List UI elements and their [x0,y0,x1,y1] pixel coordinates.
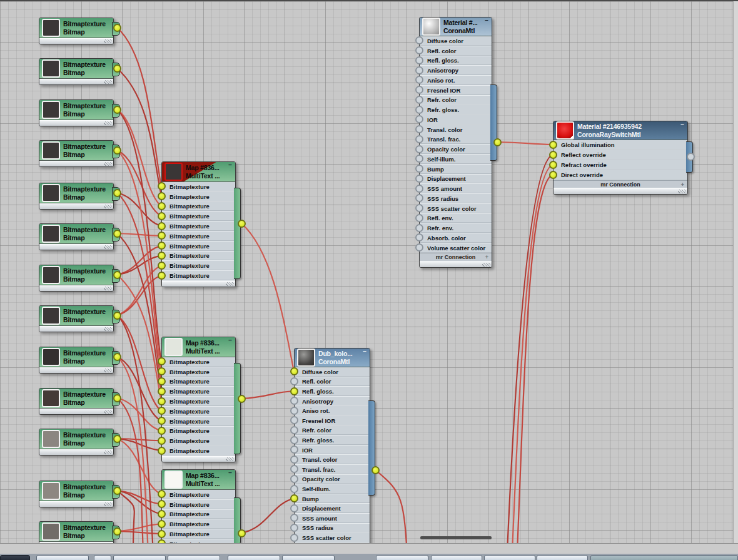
bitmap-thumbnail[interactable] [42,266,60,284]
node-multitexture-thumbnail[interactable] [164,163,183,181]
node-multitexture-header[interactable]: Map #836...MultiText ...− [162,337,235,357]
input-socket[interactable] [158,367,166,375]
input-socket[interactable] [158,417,166,425]
node-multitexture[interactable]: Map #836...MultiText ...−BitmaptextureBi… [161,161,236,287]
input-socket[interactable] [290,436,298,444]
bitmap-thumbnail[interactable] [42,101,60,119]
taskbar-button[interactable] [168,555,220,560]
resize-grip-icon[interactable] [104,327,112,331]
output-socket[interactable] [113,24,121,32]
input-socket[interactable] [290,465,298,473]
taskbar-button[interactable] [94,555,111,560]
input-socket[interactable] [415,46,423,54]
node-bitmaptexture[interactable]: BitmaptextureBitmap [39,223,114,250]
node-side-tab[interactable] [490,84,497,161]
input-socket[interactable] [415,145,423,153]
input-socket[interactable] [290,426,298,434]
input-socket[interactable] [549,171,557,179]
node-bitmaptexture[interactable]: BitmaptextureBitmap [39,265,114,292]
node-bitmaptexture[interactable]: BitmaptextureBitmap [39,99,114,126]
node-multitexture-header[interactable]: Map #836...MultiText ...− [162,162,235,182]
node-bitmaptexture[interactable]: BitmaptextureBitmap [39,347,114,374]
bitmap-thumbnail[interactable] [42,522,60,541]
bitmap-node-header[interactable]: BitmaptextureBitmap [39,18,113,38]
input-socket[interactable] [158,242,166,250]
output-socket[interactable] [113,487,121,495]
input-socket[interactable] [290,397,298,405]
input-socket[interactable] [415,96,423,104]
taskbar-button[interactable] [431,555,482,560]
node-bitmaptexture[interactable]: BitmaptextureBitmap [39,183,114,210]
input-socket[interactable] [415,86,423,94]
output-socket[interactable] [238,220,246,228]
output-socket[interactable] [113,312,121,320]
output-socket[interactable] [687,153,695,161]
output-socket[interactable] [113,353,121,361]
minimize-button[interactable]: − [363,349,366,355]
input-socket[interactable] [290,367,298,375]
resize-grip-icon[interactable] [104,80,112,84]
node-multitexture-thumbnail[interactable] [164,338,183,356]
input-socket[interactable] [290,485,298,493]
output-socket[interactable] [113,146,121,155]
minimize-button[interactable]: − [228,470,232,476]
taskbar-button[interactable] [537,555,588,560]
input-socket[interactable] [290,524,298,532]
bitmap-thumbnail[interactable] [42,307,60,325]
node-side-tab[interactable] [234,497,241,544]
input-socket[interactable] [415,243,423,252]
input-socket[interactable] [158,407,166,415]
input-socket[interactable] [158,377,166,385]
output-socket[interactable] [238,395,246,403]
input-socket[interactable] [415,125,423,133]
output-socket[interactable] [113,527,121,536]
node-side-tab[interactable] [234,363,241,454]
taskbar-button[interactable] [228,555,280,560]
minimize-button[interactable]: − [228,337,232,344]
input-socket[interactable] [290,377,298,385]
input-socket[interactable] [290,514,298,522]
bitmap-node-header[interactable]: BitmaptextureBitmap [39,429,113,449]
bitmap-node-header[interactable]: BitmaptextureBitmap [39,522,113,542]
input-socket[interactable] [158,510,166,518]
taskbar-button[interactable] [0,555,30,560]
node-multitexture[interactable]: Map #836...MultiText ...−BitmaptextureBi… [161,337,236,462]
output-socket[interactable] [113,435,121,443]
bitmap-thumbnail[interactable] [42,430,60,448]
input-socket[interactable] [290,534,298,542]
input-socket[interactable] [415,115,423,123]
input-socket[interactable] [415,204,423,212]
resize-grip-icon[interactable] [226,282,234,286]
bitmap-thumbnail[interactable] [42,482,60,500]
output-socket[interactable] [113,271,121,279]
node-dub-coronamtl-header[interactable]: Dub_kolo...CoronaMtl− [295,349,370,367]
input-socket[interactable] [158,530,166,538]
bitmap-node-header[interactable]: BitmaptextureBitmap [39,306,113,326]
mr-connection-row[interactable]: mr Connection+ [554,180,687,188]
resize-grip-icon[interactable] [104,502,112,506]
input-socket[interactable] [290,416,298,424]
node-bitmaptexture[interactable]: BitmaptextureBitmap [39,140,114,167]
input-socket[interactable] [415,214,423,222]
input-socket[interactable] [415,194,423,202]
node-multitexture-thumbnail[interactable] [164,471,183,489]
bitmap-node-header[interactable]: BitmaptextureBitmap [39,183,113,203]
bitmap-thumbnail[interactable] [42,19,60,37]
minimize-button[interactable]: − [485,18,488,24]
bitmap-thumbnail[interactable] [42,59,60,78]
node-side-tab[interactable] [234,188,241,279]
bitmap-node-header[interactable]: BitmaptextureBitmap [39,59,113,79]
input-socket[interactable] [549,151,557,159]
input-socket[interactable] [415,175,423,183]
node-coronarayswitchmtl-header[interactable]: Material #2146935942CoronaRaySwitchMtl− [554,121,687,140]
bitmap-node-header[interactable]: BitmaptextureBitmap [39,141,113,161]
input-socket[interactable] [158,437,166,445]
taskbar-button[interactable] [590,555,738,560]
minimize-button[interactable]: − [680,121,684,128]
bitmap-node-header[interactable]: BitmaptextureBitmap [39,389,113,409]
taskbar-button[interactable] [282,555,335,560]
resize-grip-icon[interactable] [104,39,112,43]
bitmap-thumbnail[interactable] [42,348,60,366]
input-socket[interactable] [290,456,298,464]
input-socket[interactable] [158,500,166,508]
